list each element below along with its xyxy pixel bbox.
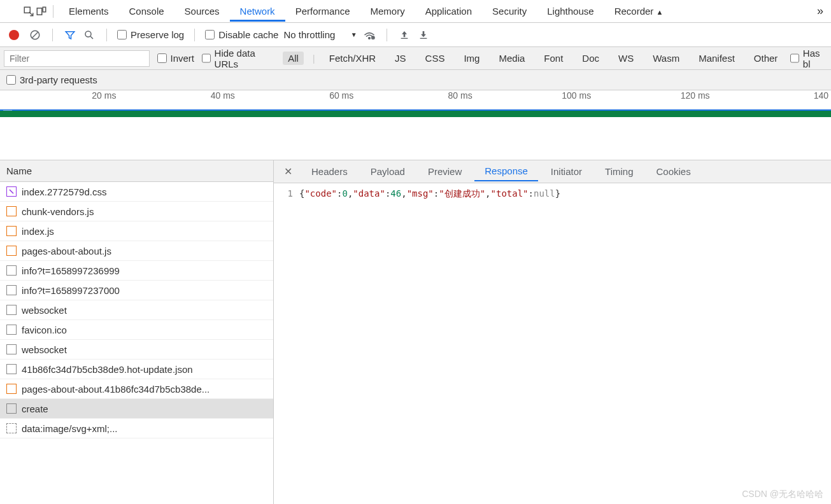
- dtab-headers[interactable]: Headers: [301, 162, 358, 181]
- timeline-tick: 100 ms: [562, 90, 593, 101]
- filter-manifest[interactable]: Manifest: [693, 52, 740, 65]
- filter-ws[interactable]: WS: [613, 52, 639, 65]
- response-body[interactable]: 1 {"code":0,"data":46,"msg":"创建成功","tota…: [274, 183, 831, 504]
- type-filters: All | Fetch/XHR JS CSS Img Media Font Do…: [283, 52, 783, 65]
- download-icon[interactable]: [416, 28, 430, 42]
- filter-img[interactable]: Img: [458, 52, 485, 65]
- request-name: info?t=1658997236999: [22, 265, 120, 276]
- preserve-log-checkbox[interactable]: Preserve log: [117, 29, 184, 40]
- request-row[interactable]: pages-about-about.41b86fc34d7b5cb38de...: [0, 379, 273, 399]
- request-row[interactable]: index.js: [0, 221, 273, 241]
- filter-wasm[interactable]: Wasm: [648, 52, 685, 65]
- file-type-icon: [6, 226, 17, 236]
- chevron-down-icon: ▼: [351, 31, 357, 38]
- tab-console[interactable]: Console: [119, 1, 174, 22]
- file-type-icon: [6, 265, 17, 276]
- file-type-icon: [6, 364, 17, 374]
- request-list: index.2772579d.csschunk-vendors.jsindex.…: [0, 182, 273, 504]
- timeline-tick: 40 ms: [211, 90, 238, 101]
- timeline-tick: 120 ms: [681, 90, 713, 101]
- dtab-preview[interactable]: Preview: [418, 162, 472, 181]
- request-name: pages-about-about.js: [22, 246, 111, 256]
- svg-rect-10: [420, 38, 427, 38]
- filter-doc[interactable]: Doc: [577, 52, 604, 65]
- filter-bar: Invert Hide data URLs All | Fetch/XHR JS…: [0, 47, 831, 70]
- svg-point-7: [368, 37, 370, 39]
- request-row[interactable]: websocket: [0, 300, 273, 320]
- filter-media[interactable]: Media: [494, 52, 530, 65]
- dtab-payload[interactable]: Payload: [360, 162, 415, 181]
- filter-other[interactable]: Other: [749, 52, 783, 65]
- tab-memory[interactable]: Memory: [360, 1, 415, 22]
- tab-elements[interactable]: Elements: [59, 1, 119, 22]
- tab-security[interactable]: Security: [482, 1, 537, 22]
- file-type-icon: [6, 403, 17, 414]
- dtab-response[interactable]: Response: [474, 162, 538, 181]
- tab-network[interactable]: Network: [230, 1, 285, 22]
- request-name: data:image/svg+xml;...: [22, 423, 117, 434]
- svg-rect-1: [37, 8, 42, 15]
- timeline-tick: 60 ms: [329, 90, 356, 101]
- line-number: 1: [274, 188, 299, 504]
- request-name: favicon.ico: [22, 325, 67, 335]
- throttling-select[interactable]: No throttling ▼: [283, 29, 357, 40]
- file-type-icon: [6, 186, 17, 197]
- upload-icon[interactable]: [397, 28, 411, 42]
- filter-js[interactable]: JS: [390, 52, 411, 65]
- file-type-icon: [6, 384, 17, 394]
- request-row[interactable]: 41b86fc34d7b5cb38de9.hot-update.json: [0, 360, 273, 379]
- tab-sources[interactable]: Sources: [174, 1, 230, 22]
- request-row[interactable]: info?t=1658997237000: [0, 281, 273, 300]
- timeline-overview[interactable]: 20 ms40 ms60 ms80 ms100 ms120 ms140: [0, 90, 831, 160]
- file-type-icon: [6, 285, 17, 295]
- detail-tabs: ✕ Headers Payload Preview Response Initi…: [274, 160, 831, 183]
- request-row[interactable]: index.2772579d.css: [0, 182, 273, 202]
- request-row[interactable]: create: [0, 399, 273, 419]
- clear-icon[interactable]: [28, 28, 42, 42]
- request-row[interactable]: chunk-vendors.js: [0, 202, 273, 221]
- dtab-timing[interactable]: Timing: [595, 162, 643, 181]
- invert-checkbox[interactable]: Invert: [157, 53, 195, 64]
- record-button[interactable]: [9, 30, 19, 40]
- filter-fetch[interactable]: Fetch/XHR: [324, 52, 381, 65]
- file-type-icon: [6, 246, 17, 256]
- request-row[interactable]: favicon.ico: [0, 320, 273, 340]
- svg-rect-9: [401, 38, 408, 38]
- column-header-name[interactable]: Name: [0, 160, 273, 182]
- filter-css[interactable]: CSS: [420, 52, 450, 65]
- request-row[interactable]: pages-about-about.js: [0, 241, 273, 261]
- filter-icon[interactable]: [63, 28, 77, 42]
- file-type-icon: [6, 344, 17, 354]
- tab-application[interactable]: Application: [415, 1, 482, 22]
- close-icon[interactable]: ✕: [278, 165, 299, 178]
- tab-lighthouse[interactable]: Lighthouse: [537, 1, 604, 22]
- filter-input[interactable]: [4, 50, 150, 67]
- request-name: websocket: [22, 344, 67, 355]
- tab-recorder[interactable]: Recorder ▲: [604, 1, 674, 22]
- request-name: index.js: [22, 226, 54, 237]
- file-type-icon: [6, 325, 17, 335]
- request-row[interactable]: websocket: [0, 340, 273, 360]
- request-name: index.2772579d.css: [22, 186, 106, 197]
- network-conditions-icon[interactable]: [362, 28, 376, 42]
- dtab-cookies[interactable]: Cookies: [646, 162, 700, 181]
- request-row[interactable]: data:image/svg+xml;...: [0, 419, 273, 438]
- has-blocked-checkbox[interactable]: Has bl: [790, 48, 827, 69]
- third-party-row: 3rd-party requests: [0, 70, 831, 90]
- inspect-icon[interactable]: [22, 5, 35, 18]
- request-name: pages-about-about.41b86fc34d7b5cb38de...: [22, 384, 210, 395]
- filter-all[interactable]: All: [283, 52, 304, 65]
- overflow-icon[interactable]: »: [809, 4, 831, 18]
- request-name: websocket: [22, 305, 67, 316]
- tab-performance[interactable]: Performance: [285, 1, 360, 22]
- hide-data-urls-checkbox[interactable]: Hide data URLs: [202, 48, 275, 69]
- third-party-checkbox[interactable]: 3rd-party requests: [6, 74, 97, 85]
- dtab-initiator[interactable]: Initiator: [541, 162, 592, 181]
- request-row[interactable]: info?t=1658997236999: [0, 261, 273, 281]
- search-icon[interactable]: [82, 28, 96, 42]
- filter-font[interactable]: Font: [539, 52, 568, 65]
- svg-line-6: [90, 36, 93, 39]
- devtools-tabs: Elements Console Sources Network Perform…: [0, 0, 831, 23]
- disable-cache-checkbox[interactable]: Disable cache: [205, 29, 278, 40]
- device-toggle-icon[interactable]: [35, 5, 48, 18]
